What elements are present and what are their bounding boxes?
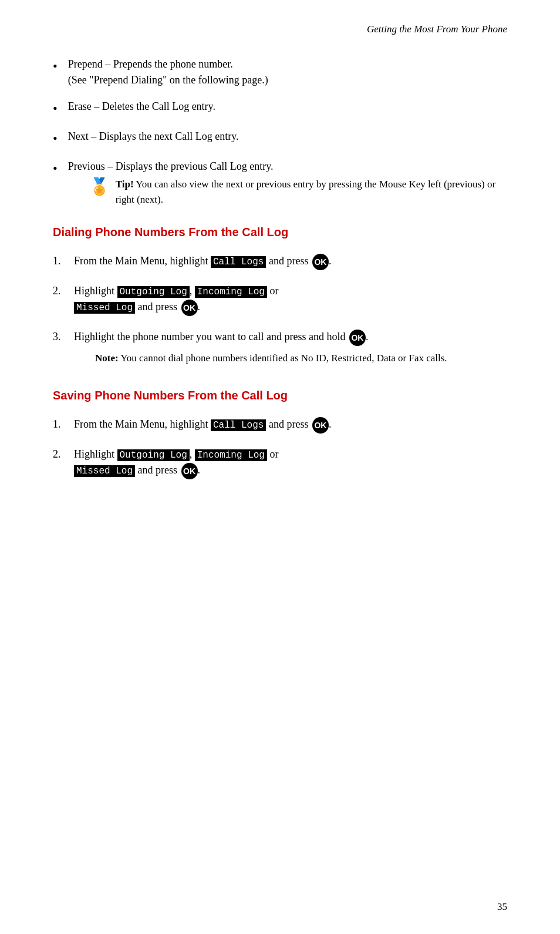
note-block: Note: You cannot dial phone numbers iden… [95, 351, 507, 366]
step1-period: . [329, 255, 332, 267]
step2-period: . [198, 301, 201, 313]
steps2-sep: , [190, 448, 195, 460]
bullet-dot: • [53, 129, 58, 148]
step-3: 3. Highlight the phone number you want t… [53, 329, 507, 370]
step-content: Highlight the phone number you want to c… [74, 329, 507, 370]
step1-text-after: and press [266, 255, 311, 267]
step2-or: or [267, 285, 279, 297]
erase-text: Erase – Deletes the Call Log entry. [68, 100, 215, 112]
code-outgoing-log-2: Outgoing Log [117, 449, 190, 461]
steps2-or: or [267, 448, 279, 460]
list-item: • Previous – Displays the previous Call … [53, 159, 507, 207]
bullet-text-prepend: Prepend – Prepends the phone number. (Se… [68, 56, 507, 88]
bullet-text-next: Next – Displays the next Call Log entry. [68, 129, 507, 145]
step2-text-before: Highlight [74, 285, 117, 297]
step-s2: 2. Highlight Outgoing Log, Incoming Log … [53, 446, 507, 479]
step-s1: 1. From the Main Menu, highlight Call Lo… [53, 416, 507, 434]
code-incoming-log-1: Incoming Log [195, 286, 267, 298]
ok-button-2: OK [181, 300, 198, 316]
note-text-1: You cannot dial phone numbers identified… [119, 352, 447, 364]
step3-text: Highlight the phone number you want to c… [74, 331, 348, 342]
code-missed-log-1: Missed Log [74, 302, 135, 314]
step-num: 1. [53, 253, 74, 269]
step1-text-before: From the Main Menu, highlight [74, 255, 211, 267]
bullet-dot: • [53, 99, 58, 118]
prepend-text: Prepend – Prepends the phone number. [68, 58, 233, 70]
code-call-logs-1: Call Logs [211, 256, 266, 268]
steps1-text-before: From the Main Menu, highlight [74, 418, 211, 430]
section1-heading: Dialing Phone Numbers From the Call Log [53, 226, 507, 239]
list-item: • Prepend – Prepends the phone number. (… [53, 56, 507, 88]
list-item: • Erase – Deletes the Call Log entry. [53, 99, 507, 118]
ok-button-s2: OK [181, 463, 198, 479]
tip-icon: 🏅 [89, 174, 110, 199]
code-missed-log-2: Missed Log [74, 465, 135, 477]
page-number: 35 [497, 901, 507, 913]
bullet-dot: • [53, 159, 58, 178]
page-header: Getting the Most From Your Phone [53, 23, 507, 35]
bullet-dot: • [53, 56, 58, 76]
bullet-list: • Prepend – Prepends the phone number. (… [53, 56, 507, 207]
tip-label: Tip! [116, 179, 134, 190]
step-num: 3. [53, 329, 74, 345]
steps2-text-before: Highlight [74, 448, 117, 460]
step-num: 1. [53, 416, 74, 432]
tip-block: 🏅 Tip! You can also view the next or pre… [89, 177, 507, 207]
step-1: 1. From the Main Menu, highlight Call Lo… [53, 253, 507, 270]
code-call-logs-2: Call Logs [211, 419, 266, 431]
steps2-text-after: and press [135, 464, 180, 476]
previous-text: Previous – Displays the previous Call Lo… [68, 160, 274, 172]
ok-button-1: OK [312, 254, 329, 270]
step-num: 2. [53, 283, 74, 299]
header-title: Getting the Most From Your Phone [367, 23, 507, 35]
page-container: Getting the Most From Your Phone • Prepe… [0, 0, 560, 934]
step-content: From the Main Menu, highlight Call Logs … [74, 253, 507, 270]
prepend-subtext: (See "Prepend Dialing" on the following … [68, 74, 268, 86]
bullet-text-erase: Erase – Deletes the Call Log entry. [68, 99, 507, 115]
step2-sep: , [190, 285, 195, 297]
step-num: 2. [53, 446, 74, 462]
step2-text-after: and press [135, 301, 180, 313]
step3-period: . [366, 331, 369, 342]
step-content: Highlight Outgoing Log, Incoming Log or … [74, 446, 507, 479]
code-incoming-log-2: Incoming Log [195, 449, 267, 461]
step-content: From the Main Menu, highlight Call Logs … [74, 416, 507, 434]
code-outgoing-log-1: Outgoing Log [117, 286, 190, 298]
steps1-text-after: and press [266, 418, 311, 430]
note-label: Note: [95, 352, 119, 364]
tip-text: Tip! You can also view the next or previ… [116, 177, 507, 207]
bullet-text-previous: Previous – Displays the previous Call Lo… [68, 159, 507, 207]
tip-body: You can also view the next or previous e… [116, 179, 495, 205]
step-2: 2. Highlight Outgoing Log, Incoming Log … [53, 283, 507, 316]
next-text: Next – Displays the next Call Log entry. [68, 130, 239, 142]
step-content: Highlight Outgoing Log, Incoming Log or … [74, 283, 507, 316]
section1-steps: 1. From the Main Menu, highlight Call Lo… [53, 253, 507, 370]
ok-button-3: OK [349, 330, 366, 346]
section2-heading: Saving Phone Numbers From the Call Log [53, 389, 507, 402]
ok-button-s1: OK [312, 417, 329, 434]
steps2-period: . [198, 464, 201, 476]
list-item: • Next – Displays the next Call Log entr… [53, 129, 507, 148]
steps1-period: . [329, 418, 332, 430]
section2-steps: 1. From the Main Menu, highlight Call Lo… [53, 416, 507, 479]
